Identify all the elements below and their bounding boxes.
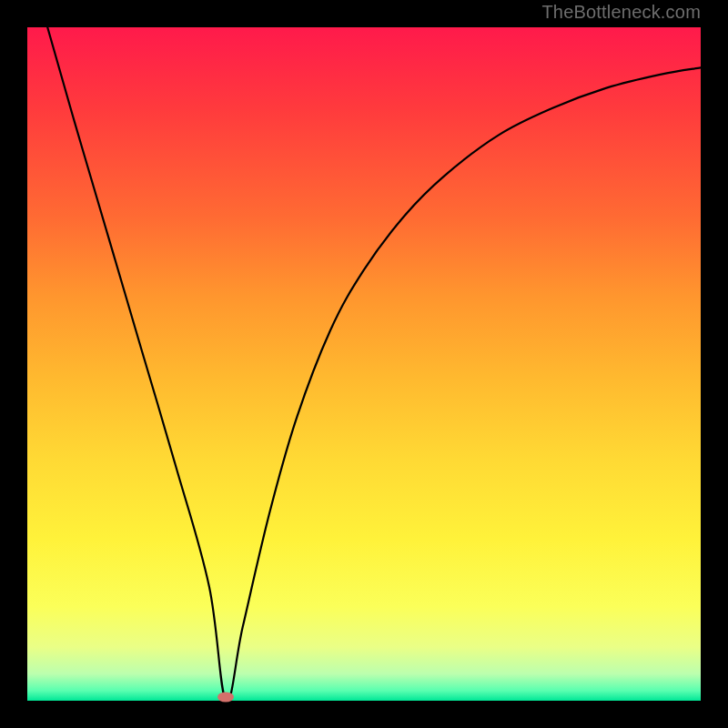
optimum-marker [217,693,234,703]
watermark-text: TheBottleneck.com [541,2,701,23]
chart-frame: TheBottleneck.com [0,0,728,728]
bottleneck-curve [47,27,701,701]
plot-area [27,27,701,701]
curve-layer [27,27,701,701]
